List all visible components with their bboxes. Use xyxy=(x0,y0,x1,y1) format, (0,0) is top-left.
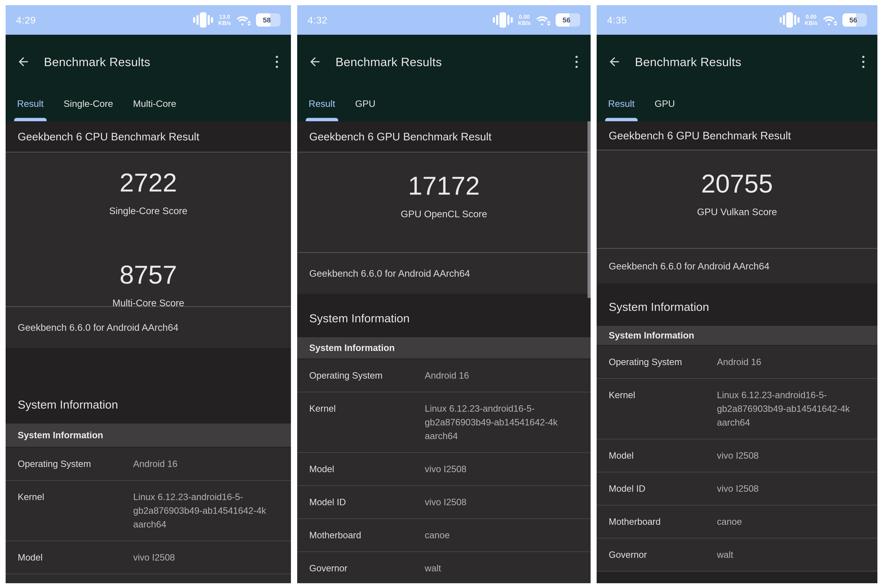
traffic-arrows-icon xyxy=(247,21,251,26)
geekbench-version: Geekbench 6.6.0 for Android AArch64 xyxy=(597,248,877,284)
row-label: Kernel xyxy=(309,402,425,443)
network-speed: 0.00 KB/s xyxy=(518,14,531,26)
row-value: canoe xyxy=(717,515,863,528)
row-label: Operating System xyxy=(18,457,133,471)
system-information-heading: System Information xyxy=(297,294,591,336)
result-title: Geekbench 6 GPU Benchmark Result xyxy=(297,121,591,152)
vibrate-icon xyxy=(779,12,800,28)
tab-result[interactable]: Result xyxy=(308,98,335,121)
kebab-menu-icon[interactable] xyxy=(860,54,866,70)
back-button[interactable] xyxy=(17,55,30,69)
score-value: 2722 xyxy=(109,167,188,198)
status-icons: 13.0 KB/s 58 xyxy=(193,12,281,28)
table-row: Model vivo I2508 xyxy=(297,453,591,486)
row-label: Model xyxy=(309,462,425,476)
battery-icon: 56 xyxy=(556,13,580,27)
score-value: 17172 xyxy=(401,170,487,201)
tab-bar: Result GPU xyxy=(597,98,877,121)
tab-result[interactable]: Result xyxy=(17,98,44,121)
system-info-table: Operating System Android 16 Kernel Linux… xyxy=(6,448,291,583)
page-title: Benchmark Results xyxy=(335,55,573,69)
net-speed-value: 0.00 xyxy=(806,14,817,20)
row-label: Kernel xyxy=(18,490,133,531)
table-row: Model ID vivo I2508 xyxy=(297,486,591,519)
content: Geekbench 6 GPU Benchmark Result 20755 G… xyxy=(597,121,877,572)
active-tab-indicator xyxy=(605,118,638,121)
app-header: Benchmark Results Result GPU xyxy=(297,35,591,121)
status-bar: 4:32 0.00 KB/s 56 xyxy=(297,5,591,35)
row-label: Governor xyxy=(309,561,425,575)
tab-label: Multi-Core xyxy=(133,98,176,109)
kebab-menu-icon[interactable] xyxy=(274,54,280,70)
score-group: 17172 GPU OpenCL Score xyxy=(401,170,487,220)
result-title: Geekbench 6 CPU Benchmark Result xyxy=(6,121,291,152)
score-label: GPU Vulkan Score xyxy=(697,206,777,218)
score-card: 17172 GPU OpenCL Score xyxy=(297,152,591,252)
table-row: Kernel Linux 6.12.23-android16-5-gb2a876… xyxy=(597,379,877,440)
score-card: 2722 Single-Core Score 8757 Multi-Core S… xyxy=(6,152,291,306)
tab-multi-core[interactable]: Multi-Core xyxy=(133,98,176,121)
system-info-table: Operating System Android 16 Kernel Linux… xyxy=(597,346,877,572)
network-speed: 0.00 KB/s xyxy=(805,14,817,26)
phone-screenshot-panel-1: 4:29 13.0 KB/s 58 xyxy=(6,5,291,583)
score-group: 2722 Single-Core Score xyxy=(109,167,188,216)
row-value: walt xyxy=(717,548,863,562)
row-label: Model xyxy=(18,550,133,564)
table-row: Model vivo I2508 xyxy=(597,440,877,472)
system-information-heading: System Information xyxy=(6,348,291,423)
row-label: Governor xyxy=(609,548,717,562)
tab-label: GPU xyxy=(355,98,376,109)
net-speed-value: 13.0 xyxy=(219,14,230,20)
battery-percent: 58 xyxy=(256,13,278,27)
row-label: Model ID xyxy=(309,495,425,509)
net-speed-unit: KB/s xyxy=(518,20,531,26)
score-group: 8757 Multi-Core Score xyxy=(112,259,184,309)
row-label: Model xyxy=(609,449,717,462)
back-button[interactable] xyxy=(308,55,322,69)
app-header: Benchmark Results Result GPU xyxy=(597,35,877,121)
vibrate-icon xyxy=(193,12,213,28)
tab-label: GPU xyxy=(655,98,675,109)
row-value: Linux 6.12.23-android16-5-gb2a876903b49-… xyxy=(717,388,863,429)
tab-result[interactable]: Result xyxy=(608,98,635,121)
system-information-heading: System Information xyxy=(597,284,877,325)
table-row: Model ID vivo I2508 xyxy=(6,574,291,583)
tab-label: Result xyxy=(608,98,635,109)
system-information-subheader: System Information xyxy=(6,423,291,448)
score-label: GPU OpenCL Score xyxy=(401,208,487,220)
tab-single-core[interactable]: Single-Core xyxy=(64,98,113,121)
traffic-arrows-icon xyxy=(834,21,838,26)
wifi-icon xyxy=(823,14,838,26)
screenshot-collage: 4:29 13.0 KB/s 58 xyxy=(0,0,883,588)
table-row: Motherboard canoe xyxy=(597,506,877,538)
result-title: Geekbench 6 GPU Benchmark Result xyxy=(597,121,877,150)
active-tab-indicator xyxy=(306,118,338,121)
wifi-icon xyxy=(236,14,251,26)
app-header: Benchmark Results Result Single-Core Mul… xyxy=(6,35,291,121)
scrollbar[interactable] xyxy=(588,121,591,298)
net-speed-value: 0.00 xyxy=(519,14,530,20)
score-value: 8757 xyxy=(112,259,184,290)
vibrate-icon xyxy=(493,12,513,28)
geekbench-version: Geekbench 6.6.0 for Android AArch64 xyxy=(297,252,591,294)
tab-gpu[interactable]: GPU xyxy=(655,98,675,121)
table-row: Operating System Android 16 xyxy=(297,359,591,392)
table-row: Governor walt xyxy=(297,552,591,583)
row-value: vivo I2508 xyxy=(425,462,570,476)
status-bar: 4:29 13.0 KB/s 58 xyxy=(6,5,291,35)
app-bar: Benchmark Results xyxy=(597,44,877,80)
tab-gpu[interactable]: GPU xyxy=(355,98,376,121)
score-label: Single-Core Score xyxy=(109,205,188,216)
kebab-menu-icon[interactable] xyxy=(573,54,580,70)
clock: 4:29 xyxy=(16,14,36,26)
row-value: Android 16 xyxy=(717,355,863,369)
score-group: 20755 GPU Vulkan Score xyxy=(697,168,777,218)
row-value: Android 16 xyxy=(133,457,279,471)
score-label: Multi-Core Score xyxy=(112,297,184,309)
clock: 4:32 xyxy=(308,14,327,26)
table-row: Motherboard canoe xyxy=(297,519,591,552)
system-information-subheader: System Information xyxy=(597,325,877,346)
row-value: Linux 6.12.23-android16-5-gb2a876903b49-… xyxy=(425,402,570,443)
geekbench-version: Geekbench 6.6.0 for Android AArch64 xyxy=(6,306,291,348)
back-button[interactable] xyxy=(608,55,621,69)
